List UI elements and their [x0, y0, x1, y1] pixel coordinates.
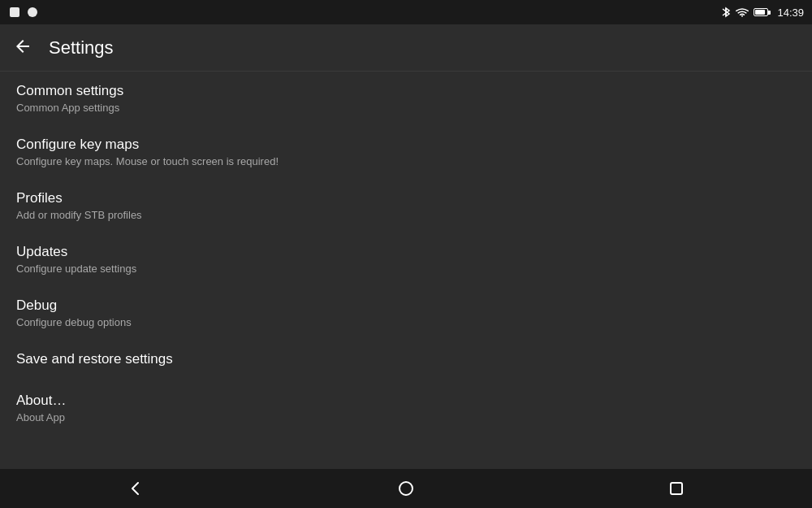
settings-item-4[interactable]: DebugConfigure debug options	[0, 286, 812, 340]
status-bar-notifications	[8, 6, 39, 19]
settings-item-5[interactable]: Save and restore settings	[0, 340, 812, 381]
battery-icon	[754, 8, 771, 16]
status-bar-right: 14:39	[721, 6, 804, 19]
bluetooth-icon	[721, 6, 731, 19]
settings-item-title-4: Debug	[16, 297, 796, 314]
settings-item-title-3: Updates	[16, 244, 796, 260]
settings-item-2[interactable]: ProfilesAdd or modify STB profiles	[0, 179, 812, 232]
nav-back-button[interactable]	[111, 469, 160, 508]
notification-icon-2	[26, 6, 39, 19]
nav-home-button[interactable]	[382, 469, 430, 508]
settings-item-title-6: About…	[16, 393, 796, 409]
settings-item-title-2: Profiles	[16, 190, 796, 206]
app-bar-title: Settings	[49, 37, 114, 59]
back-button[interactable]	[13, 37, 32, 59]
settings-item-1[interactable]: Configure key mapsConfigure key maps. Mo…	[0, 125, 812, 179]
app-bar: Settings	[0, 24, 812, 72]
settings-item-6[interactable]: About…About App	[0, 381, 812, 435]
settings-item-title-5: Save and restore settings	[16, 351, 796, 367]
settings-item-0[interactable]: Common settingsCommon App settings	[0, 72, 812, 125]
status-bar: 14:39	[0, 0, 812, 24]
settings-item-title-0: Common settings	[16, 83, 796, 99]
settings-content: Common settingsCommon App settingsConfig…	[0, 72, 812, 469]
wifi-icon	[736, 7, 749, 18]
settings-item-subtitle-2: Add or modify STB profiles	[16, 209, 796, 221]
settings-item-title-1: Configure key maps	[16, 137, 796, 153]
settings-item-subtitle-6: About App	[16, 411, 796, 423]
svg-rect-0	[10, 7, 19, 17]
nav-recents-button[interactable]	[652, 469, 701, 508]
settings-item-subtitle-0: Common App settings	[16, 102, 796, 114]
settings-item-3[interactable]: UpdatesConfigure update settings	[0, 232, 812, 286]
settings-item-subtitle-4: Configure debug options	[16, 316, 796, 328]
notification-icon-1	[8, 6, 21, 19]
svg-point-1	[28, 7, 37, 17]
svg-point-3	[741, 15, 743, 17]
settings-item-subtitle-1: Configure key maps. Mouse or touch scree…	[16, 155, 796, 167]
svg-point-4	[400, 482, 412, 495]
svg-rect-5	[671, 483, 682, 494]
status-time: 14:39	[777, 7, 804, 19]
settings-item-subtitle-3: Configure update settings	[16, 263, 796, 275]
nav-bar	[0, 469, 812, 508]
